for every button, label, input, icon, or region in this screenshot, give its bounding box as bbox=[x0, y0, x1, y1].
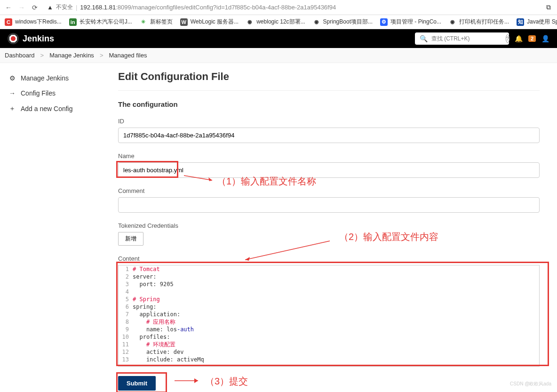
gear-icon: ⚙ bbox=[8, 74, 16, 82]
forward-button[interactable]: → bbox=[17, 3, 26, 12]
bookmark-favicon: ⚙ bbox=[380, 18, 388, 26]
bookmark-item[interactable]: Cwindows下Redis... bbox=[5, 18, 62, 26]
bookmark-item[interactable]: 知Java使用 Springbo... bbox=[517, 18, 557, 26]
bookmark-favicon: 知 bbox=[517, 18, 524, 26]
code-line[interactable]: 2server: bbox=[119, 273, 539, 280]
bookmark-label: SpringBoot项目部... bbox=[323, 18, 373, 26]
jenkins-logo-icon bbox=[8, 33, 19, 44]
code-text: active: dev bbox=[133, 348, 539, 356]
bookmark-label: 长安铃木汽车公司J... bbox=[80, 18, 132, 26]
breadcrumb: Dashboard>Manage Jenkins>Managed files bbox=[0, 48, 557, 63]
jenkins-logo[interactable]: Jenkins bbox=[8, 33, 54, 44]
url-host: 192.168.1.81 bbox=[80, 4, 116, 11]
line-number: 6 bbox=[119, 303, 133, 311]
address-bar[interactable]: ▲ 不安全 | 192.168.1.81:8099/manage/configf… bbox=[43, 1, 540, 13]
code-line[interactable]: 11 # 环境配置 bbox=[119, 341, 539, 348]
code-text bbox=[133, 288, 539, 296]
code-line[interactable]: 10 profiles: bbox=[119, 333, 539, 341]
search-box[interactable]: 🔍 ? bbox=[415, 32, 509, 45]
search-input[interactable] bbox=[431, 35, 502, 42]
security-warning-icon: ▲ bbox=[47, 4, 53, 11]
code-text: # 环境配置 bbox=[133, 341, 539, 348]
bookmark-item[interactable]: ⚙项目管理 - PingCo... bbox=[380, 18, 441, 26]
bookmark-item[interactable]: ◉SpringBoot项目部... bbox=[313, 18, 373, 26]
watermark: CSDN @欧欧风ada bbox=[510, 381, 551, 387]
user-icon[interactable]: 👤 bbox=[541, 35, 549, 42]
svg-marker-5 bbox=[194, 378, 198, 383]
line-number: 13 bbox=[119, 356, 133, 363]
browser-nav-bar: ← → ⟳ ▲ 不安全 | 192.168.1.81:8099/manage/c… bbox=[0, 0, 557, 15]
line-number: 1 bbox=[119, 265, 133, 273]
bookmark-item[interactable]: WWebLogic 服务器... bbox=[180, 18, 239, 26]
line-number: 9 bbox=[119, 326, 133, 333]
code-text: spring: bbox=[133, 303, 539, 311]
bookmark-item[interactable]: ◉weblogic 12c部署... bbox=[246, 18, 305, 26]
notification-badge[interactable]: 2 bbox=[528, 35, 536, 42]
comment-input[interactable] bbox=[118, 197, 540, 213]
extension-icon[interactable]: ⧉ bbox=[544, 3, 553, 12]
code-editor[interactable]: 1# Tomcat2server:3 port: 920545# Spring6… bbox=[118, 265, 540, 367]
annotation-text-3: （3）提交 bbox=[205, 375, 248, 388]
code-line[interactable]: 8 # 应用名称 bbox=[119, 318, 539, 326]
plus-icon: ＋ bbox=[8, 104, 16, 113]
code-text: include: activeMq bbox=[133, 356, 539, 363]
breadcrumb-link[interactable]: Managed files bbox=[109, 52, 147, 59]
code-text: # Spring bbox=[133, 296, 539, 303]
code-line[interactable]: 1# Tomcat bbox=[119, 265, 539, 273]
bookmark-label: windows下Redis... bbox=[15, 18, 62, 26]
code-line[interactable]: 12 active: dev bbox=[119, 348, 539, 356]
svg-marker-3 bbox=[245, 257, 250, 261]
bookmark-favicon: ◉ bbox=[246, 18, 254, 26]
code-text: server: bbox=[133, 273, 539, 280]
search-help-icon[interactable]: ? bbox=[506, 34, 509, 43]
search-icon: 🔍 bbox=[420, 35, 428, 42]
security-warning-text: 不安全 bbox=[56, 3, 73, 11]
breadcrumb-separator: > bbox=[100, 52, 103, 59]
code-line[interactable]: 4 bbox=[119, 288, 539, 296]
url-path: :8099/manage/configfiles/editConfig?id=1… bbox=[116, 4, 336, 11]
page-title: Edit Configuration File bbox=[118, 71, 540, 83]
sidebar-item-label: Manage Jenkins bbox=[21, 74, 69, 82]
name-input[interactable] bbox=[118, 162, 540, 178]
submit-button[interactable]: Submit bbox=[118, 376, 156, 391]
bookmark-item[interactable]: in长安铃木汽车公司J... bbox=[69, 18, 132, 26]
annotation-text-1: （1）输入配置文件名称 bbox=[217, 175, 316, 188]
breadcrumb-separator: > bbox=[40, 52, 44, 59]
line-number: 12 bbox=[119, 348, 133, 356]
add-credential-button[interactable]: 新增 bbox=[118, 232, 143, 246]
bookmark-item[interactable]: ◉打印机有打印任务... bbox=[449, 18, 509, 26]
bell-icon[interactable]: 🔔 bbox=[515, 35, 523, 42]
code-line[interactable]: 6spring: bbox=[119, 303, 539, 311]
code-line[interactable]: 9 name: los-auth bbox=[119, 326, 539, 333]
code-text: profiles: bbox=[133, 333, 539, 341]
line-number: 2 bbox=[119, 273, 133, 280]
bookmark-label: 项目管理 - PingCo... bbox=[390, 18, 441, 26]
code-line[interactable]: 3 port: 9205 bbox=[119, 280, 539, 288]
code-text: port: 9205 bbox=[133, 280, 539, 288]
annotation-text-2: （2）输入配置文件内容 bbox=[339, 231, 438, 243]
id-input[interactable] bbox=[118, 128, 540, 143]
annotation-arrow-2 bbox=[245, 237, 334, 261]
bookmark-label: weblogic 12c部署... bbox=[256, 18, 305, 26]
sidebar-item[interactable]: ＋Add a new Config bbox=[5, 101, 106, 117]
line-number: 8 bbox=[119, 318, 133, 326]
breadcrumb-link[interactable]: Manage Jenkins bbox=[49, 52, 94, 59]
bookmark-favicon: ◉ bbox=[313, 18, 320, 26]
line-number: 11 bbox=[119, 341, 133, 348]
reload-button[interactable]: ⟳ bbox=[30, 3, 40, 12]
back-button[interactable]: ← bbox=[4, 3, 13, 12]
bookmark-favicon: ◉ bbox=[449, 18, 456, 26]
sidebar-item[interactable]: →Config Files bbox=[5, 86, 106, 101]
bookmark-item[interactable]: ✳新标签页 bbox=[140, 18, 173, 26]
code-text: name: los-auth bbox=[133, 326, 539, 333]
code-line[interactable]: 5# Spring bbox=[119, 296, 539, 303]
bookmark-favicon: W bbox=[180, 18, 188, 26]
code-line[interactable]: 13 include: activeMq bbox=[119, 356, 539, 363]
url-separator: | bbox=[76, 4, 77, 11]
main-content: Edit Configuration File The configuratio… bbox=[111, 63, 553, 392]
breadcrumb-link[interactable]: Dashboard bbox=[5, 52, 35, 59]
sidebar-item[interactable]: ⚙Manage Jenkins bbox=[5, 71, 106, 86]
code-line[interactable]: 7 application: bbox=[119, 311, 539, 318]
sidebar-item-label: Add a new Config bbox=[21, 105, 73, 112]
code-text: # Tomcat bbox=[133, 265, 539, 273]
